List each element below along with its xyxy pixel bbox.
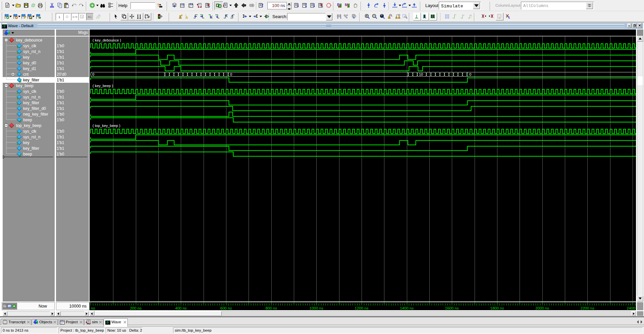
svg-text:( key_beep ): ( key_beep ) [93, 84, 113, 88]
svg-text:10: 10 [419, 72, 423, 76]
svg-text:600 ns: 600 ns [220, 306, 232, 310]
svg-text:800 ns: 800 ns [265, 306, 277, 310]
svg-text:0: 0 [230, 72, 232, 76]
svg-text:ALL: ALL [88, 16, 92, 18]
svg-text:2200 ns: 2200 ns [581, 306, 594, 310]
svg-text:i: i [58, 16, 60, 19]
svg-text:1000 ns: 1000 ns [310, 306, 323, 310]
svg-text:200 ns: 200 ns [130, 306, 142, 310]
svg-text:?: ? [182, 3, 184, 7]
svg-text:2000 ns: 2000 ns [535, 306, 549, 310]
svg-text:400 ns: 400 ns [175, 306, 187, 310]
svg-text:ns: ns [91, 306, 95, 310]
svg-text:1600 ns: 1600 ns [445, 306, 459, 310]
svg-text:( top_key_beep ): ( top_key_beep ) [93, 124, 120, 128]
svg-text:1: 1 [82, 16, 83, 18]
svg-text:1800 ns: 1800 ns [490, 306, 504, 310]
svg-text:0: 0 [92, 72, 94, 76]
svg-text:1400 ns: 1400 ns [400, 306, 414, 310]
svg-text:( key_debounce ): ( key_debounce ) [93, 38, 121, 42]
svg-text:0: 0 [469, 72, 471, 76]
svg-text:1200 ns: 1200 ns [355, 306, 369, 310]
svg-text:2400 n: 2400 n [627, 306, 636, 310]
svg-text:I/O: I/O [72, 15, 77, 18]
